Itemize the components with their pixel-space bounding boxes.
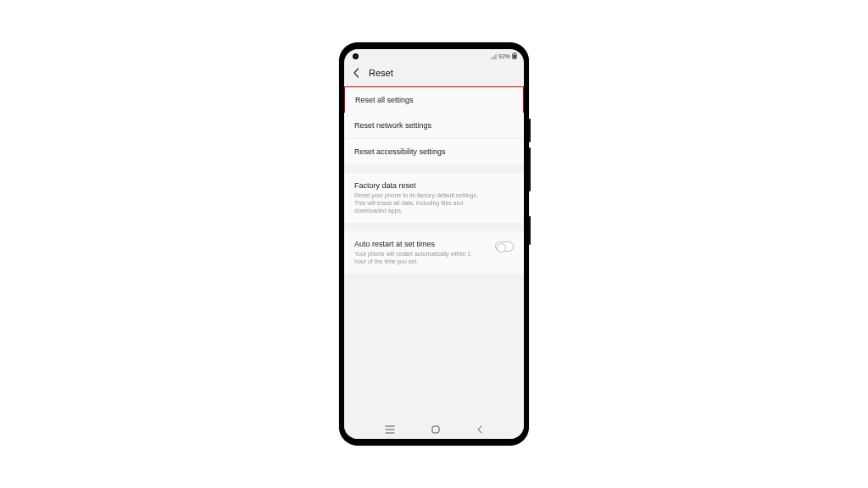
header: Reset: [344, 63, 524, 86]
page-title: Reset: [369, 68, 393, 78]
reset-accessibility-settings-item[interactable]: Reset accessibility settings: [344, 139, 524, 164]
screen: 92% Reset Reset all settings Reset netwo…: [344, 49, 524, 439]
svg-rect-1: [514, 53, 515, 53]
factory-section: Factory data reset Reset your phone to i…: [344, 173, 524, 223]
section-gap: [344, 223, 524, 231]
item-label: Factory data reset: [354, 181, 514, 190]
front-camera-punchhole: [353, 53, 359, 59]
item-label: Reset all settings: [355, 96, 513, 104]
navigation-bar: [344, 420, 524, 439]
home-button[interactable]: [431, 425, 440, 434]
recents-button[interactable]: [385, 425, 395, 434]
settings-list: Reset all settings Reset network setting…: [344, 86, 524, 164]
battery-icon: [512, 53, 517, 60]
item-label: Reset accessibility settings: [354, 147, 514, 156]
status-bar: 92%: [344, 49, 524, 63]
svg-rect-2: [513, 54, 516, 58]
section-gap: [344, 164, 524, 173]
factory-data-reset-item[interactable]: Factory data reset Reset your phone to i…: [344, 173, 524, 223]
signal-icon: [490, 53, 497, 59]
reset-network-settings-item[interactable]: Reset network settings: [344, 113, 524, 139]
nav-back-button[interactable]: [476, 425, 483, 434]
auto-restart-item[interactable]: Auto restart at set times Your phone wil…: [344, 231, 524, 274]
auto-restart-toggle[interactable]: [495, 241, 514, 252]
svg-rect-6: [432, 426, 439, 433]
battery-percent: 92%: [498, 53, 510, 59]
power-button: [529, 216, 531, 245]
item-sub: Your phone will restart automatically wi…: [354, 250, 481, 265]
status-right: 92%: [490, 53, 517, 60]
phone-frame: 92% Reset Reset all settings Reset netwo…: [339, 42, 529, 446]
item-label: Reset network settings: [354, 121, 514, 130]
reset-all-settings-item[interactable]: Reset all settings: [344, 86, 524, 114]
empty-area: [344, 274, 524, 420]
item-label: Auto restart at set times: [354, 240, 490, 248]
volume-down-button: [529, 147, 531, 191]
volume-up-button: [529, 119, 531, 142]
back-icon[interactable]: [353, 68, 360, 78]
item-sub: Reset your phone to its factory default …: [354, 191, 481, 214]
